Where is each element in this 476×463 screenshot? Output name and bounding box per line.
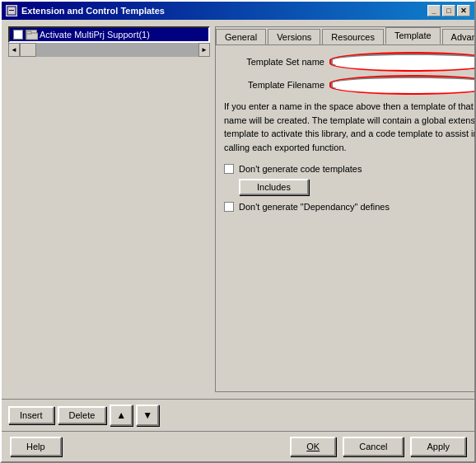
- tree-panel: Activate MultiPrj Support(1): [8, 26, 210, 43]
- tree-list[interactable]: Activate MultiPrj Support(1): [10, 28, 208, 41]
- app-icon: [6, 5, 17, 16]
- insert-button[interactable]: Insert: [8, 406, 54, 424]
- up-button[interactable]: ▲: [110, 405, 133, 426]
- apply-button[interactable]: Apply: [410, 437, 466, 456]
- scroll-left-button[interactable]: ◄: [8, 43, 20, 57]
- svg-rect-4: [26, 31, 31, 34]
- tab-versions[interactable]: Versions: [268, 29, 320, 44]
- tree-item-label: Activate MultiPrj Support(1): [40, 30, 150, 40]
- no-code-templates-row: Don't generate code templates: [224, 164, 474, 174]
- template-filename-row: Template Filename: [224, 77, 474, 93]
- no-code-templates-label: Don't generate code templates: [239, 164, 362, 174]
- title-bar: Extension and Control Templates _ □ ✕: [2, 2, 474, 20]
- horizontal-scrollbar[interactable]: ◄ ►: [8, 43, 210, 57]
- scroll-track[interactable]: [20, 43, 198, 57]
- no-dependancy-row: Don't generate "Dependancy" defines: [224, 202, 474, 212]
- up-icon: ▲: [116, 409, 126, 421]
- template-filename-label: Template Filename: [224, 80, 331, 90]
- ok-button[interactable]: OK: [290, 437, 336, 456]
- tab-advanced[interactable]: Advanced: [442, 29, 474, 44]
- scroll-thumb[interactable]: [20, 43, 36, 57]
- scroll-right-button[interactable]: ►: [198, 43, 210, 57]
- template-filename-input[interactable]: [331, 77, 474, 93]
- tree-item[interactable]: Activate MultiPrj Support(1): [10, 28, 208, 41]
- down-icon: ▼: [142, 409, 152, 421]
- delete-button[interactable]: Delete: [58, 406, 107, 424]
- tab-resources[interactable]: Resources: [322, 29, 384, 44]
- svg-rect-2: [9, 10, 14, 11]
- close-button[interactable]: ✕: [457, 5, 470, 16]
- cancel-button[interactable]: Cancel: [343, 437, 404, 456]
- no-dependancy-checkbox[interactable]: [224, 202, 234, 212]
- tab-bar: General Versions Resources Template Adva…: [216, 27, 474, 45]
- tree-checkbox[interactable]: [13, 30, 23, 40]
- template-set-input[interactable]: [331, 54, 474, 70]
- main-content: Activate MultiPrj Support(1) ◄ ► General: [2, 20, 474, 399]
- template-tab-content: Template Set name Template Filename If y…: [216, 45, 474, 391]
- main-window: Extension and Control Templates _ □ ✕: [0, 0, 476, 463]
- template-set-row: Template Set name: [224, 54, 474, 70]
- help-button[interactable]: Help: [10, 437, 62, 456]
- window-title: Extension and Control Templates: [21, 6, 165, 16]
- maximize-button[interactable]: □: [442, 5, 455, 16]
- template-set-label: Template Set name: [224, 57, 331, 67]
- down-button[interactable]: ▼: [136, 405, 159, 426]
- no-code-templates-checkbox[interactable]: [224, 164, 234, 174]
- action-bar: Insert Delete ▲ ▼: [2, 399, 474, 431]
- tab-template[interactable]: Template: [385, 27, 441, 44]
- tab-general[interactable]: General: [216, 29, 266, 44]
- folder-icon: [26, 30, 37, 40]
- footer-bar: Help OK Cancel Apply: [2, 431, 474, 461]
- includes-button[interactable]: Includes: [239, 179, 309, 195]
- right-panel: General Versions Resources Template Adva…: [215, 26, 474, 392]
- description-text: If you enter a name in the space above t…: [224, 100, 474, 154]
- minimize-button[interactable]: _: [427, 5, 441, 16]
- no-dependancy-label: Don't generate "Dependancy" defines: [239, 202, 390, 212]
